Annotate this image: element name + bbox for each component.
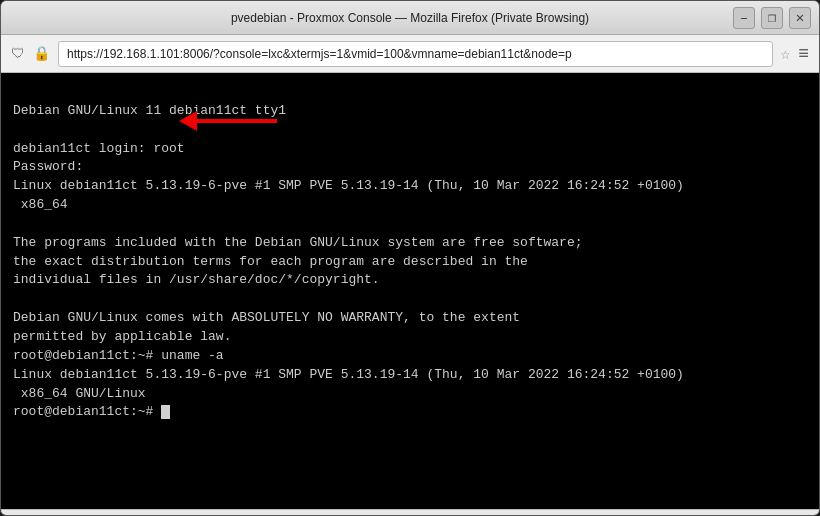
menu-icon[interactable]: ≡ [798,44,809,64]
arrow-head [179,111,197,131]
close-button[interactable]: ✕ [789,7,811,29]
restore-button[interactable]: ❐ [761,7,783,29]
browser-window: pvedebian - Proxmox Console — Mozilla Fi… [0,0,820,516]
title-bar: pvedebian - Proxmox Console — Mozilla Fi… [1,1,819,35]
terminal-cursor [161,405,170,419]
annotation-arrow [181,111,277,131]
terminal-output: Debian GNU/Linux 11 debian11ct tty1 debi… [13,83,807,441]
shield-icon: 🛡 [11,46,25,62]
lock-icon: 🔒 [33,45,50,62]
arrow-shaft [197,119,277,123]
window-controls: – ❐ ✕ [733,1,811,34]
terminal-area[interactable]: Debian GNU/Linux 11 debian11ct tty1 debi… [1,73,819,509]
window-title: pvedebian - Proxmox Console — Mozilla Fi… [231,11,589,25]
address-bar: 🛡 🔒 ☆ ≡ [1,35,819,73]
minimize-button[interactable]: – [733,7,755,29]
bottom-bar [1,509,819,515]
url-input[interactable] [58,41,773,67]
bookmark-star-icon[interactable]: ☆ [781,44,791,64]
terminal-line-1: Debian GNU/Linux 11 debian11ct tty1 debi… [13,103,684,420]
